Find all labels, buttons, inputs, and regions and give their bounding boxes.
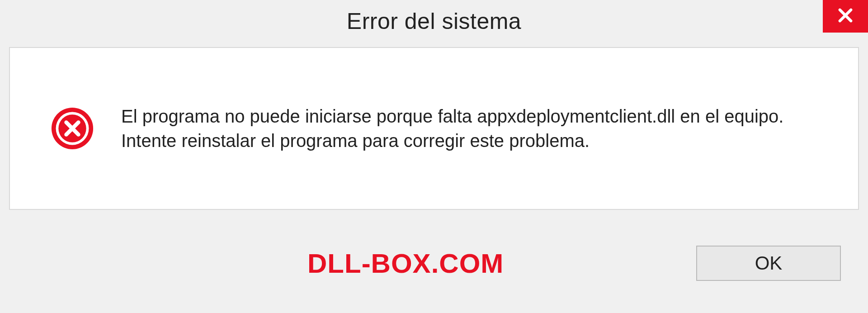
footer: DLL-BOX.COM OK [0,223,868,313]
titlebar: Error del sistema [0,0,868,43]
error-message: El programa no puede iniciarse porque fa… [121,104,799,153]
ok-button[interactable]: OK [696,246,841,281]
watermark-text: DLL-BOX.COM [307,248,504,279]
close-icon [836,6,855,27]
content-panel: El programa no puede iniciarse porque fa… [9,47,859,210]
dialog-title: Error del sistema [347,8,521,34]
error-icon [51,107,94,150]
close-button[interactable] [823,0,868,33]
